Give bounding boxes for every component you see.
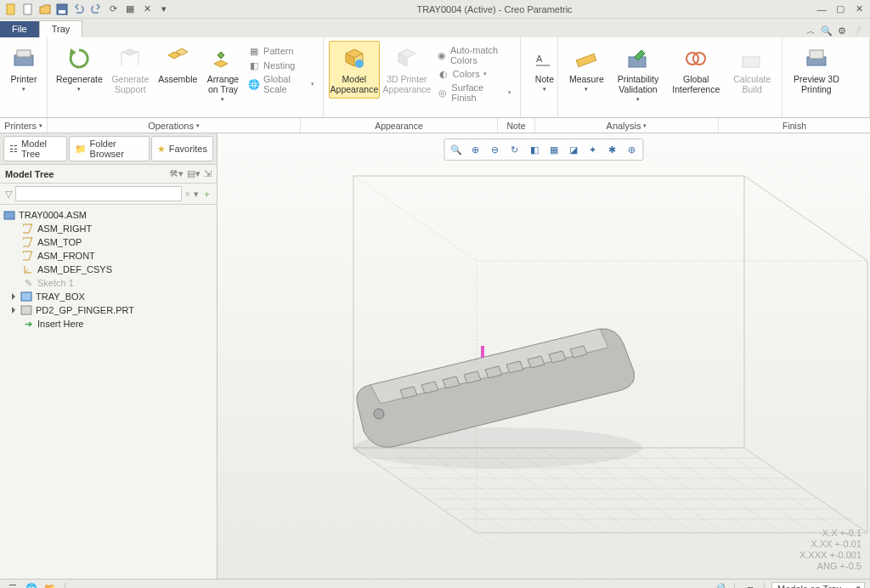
find-icon[interactable]: 🔎 <box>712 581 727 589</box>
tab-file[interactable]: File <box>0 21 39 37</box>
group-printers: Printer ▾ <box>0 37 48 117</box>
scale-icon: 🌐 <box>248 78 260 90</box>
undo-icon[interactable] <box>71 2 87 17</box>
preview-icon <box>803 45 830 72</box>
printability-button[interactable]: Printability Validation ▾ <box>612 41 664 107</box>
assemble-icon <box>164 45 191 72</box>
expand-icon[interactable] <box>12 307 15 314</box>
assemble-button[interactable]: Assemble <box>155 41 201 88</box>
filter-icon[interactable]: ▽ <box>5 189 12 200</box>
interference-icon <box>682 45 709 72</box>
printability-label: Printability Validation <box>618 74 658 94</box>
help-icon[interactable]: ❔ <box>851 25 863 37</box>
calc-icon <box>738 45 765 72</box>
sketch-icon: ✎ <box>22 277 34 289</box>
maximize-button[interactable]: ▢ <box>833 3 848 16</box>
tree-root[interactable]: TRAY0004.ASM <box>2 208 215 222</box>
csys-icon <box>22 263 34 275</box>
minimize-button[interactable]: — <box>814 3 829 16</box>
selection-filter-dropdown[interactable]: Models on Tray <box>771 582 865 589</box>
arrange-on-tray-button[interactable]: Arrange on Tray ▾ <box>203 41 243 107</box>
windows-icon[interactable]: ▦ <box>122 2 138 17</box>
group-label-analysis[interactable]: Analysis ▾ <box>535 118 719 133</box>
tree-item-insert-here[interactable]: ➔Insert Here <box>2 317 215 331</box>
model-appearance-button[interactable]: Model Appearance <box>329 41 380 99</box>
geometry-icon[interactable]: ▱ <box>742 581 757 589</box>
group-label-note: Note <box>498 118 535 133</box>
part-icon <box>20 304 32 316</box>
open-icon[interactable] <box>37 2 53 17</box>
qat-menu-icon[interactable]: ▾ <box>156 2 172 17</box>
expand-icon[interactable] <box>12 293 15 300</box>
preview-3d-button[interactable]: Preview 3D Printing <box>788 41 845 99</box>
tree-item-asm-top[interactable]: ASM_TOP <box>2 235 215 249</box>
tree-item-finger-prt[interactable]: PD2_GP_FINGER.PRT <box>2 303 215 317</box>
browser-icon[interactable]: 🌐 <box>24 581 39 589</box>
preview-label: Preview 3D Printing <box>794 74 839 94</box>
redo-icon[interactable] <box>88 2 104 17</box>
ribbon-minimize-icon[interactable]: ︿ <box>806 25 816 37</box>
new-icon[interactable] <box>20 2 36 17</box>
tree-item-asm-right[interactable]: ASM_RIGHT <box>2 222 215 235</box>
surface-icon: ◎ <box>438 87 448 99</box>
doc-icon[interactable] <box>3 2 19 17</box>
tab-tray[interactable]: Tray <box>39 20 83 37</box>
graphics-canvas[interactable]: 🔍 ⊕ ⊖ ↻ ◧ ▦ ◪ ✦ ✱ ⊛ <box>218 133 870 579</box>
tree-item-tray-box[interactable]: TRAY_BOX <box>2 290 215 303</box>
tree-item-asm-front[interactable]: ASM_FRONT <box>2 249 215 263</box>
group-label-printers[interactable]: Printers ▾ <box>0 118 48 133</box>
tree-item-sketch[interactable]: ✎Sketch 1 <box>2 276 215 290</box>
calculate-build-button: Calculate Build <box>727 41 777 99</box>
quick-access-toolbar: ⟳ ▦ ✕ ▾ <box>0 2 175 17</box>
printer-button[interactable]: Printer ▾ <box>5 41 42 97</box>
automatch-item[interactable]: ◉Auto-match Colors <box>434 44 515 66</box>
svg-rect-0 <box>7 4 14 14</box>
separator <box>734 583 735 589</box>
add-filter-icon[interactable]: ＋ <box>202 188 212 201</box>
search-icon[interactable]: 🔍 <box>821 25 833 37</box>
nesting-item[interactable]: ◧Nesting <box>245 59 318 72</box>
tree-settings-icon[interactable]: 🛠▾ <box>169 168 184 179</box>
pattern-item[interactable]: ▦Pattern <box>245 44 318 58</box>
scene-3d <box>218 133 870 567</box>
tree-show-icon[interactable]: ▤▾ <box>187 168 201 179</box>
measure-button[interactable]: Measure ▾ <box>563 41 610 97</box>
printer-icon <box>10 45 37 72</box>
regenerate-button[interactable]: Regenerate ▾ <box>53 41 106 97</box>
regenerate-icon <box>65 45 93 72</box>
close-win-icon[interactable]: ✕ <box>139 2 155 17</box>
regen-icon[interactable]: ⟳ <box>105 2 121 17</box>
status-right: 🔎 ▱ Models on Tray <box>712 581 865 589</box>
tree-filter-input[interactable] <box>15 186 182 201</box>
group-label-finish: Finish <box>719 118 870 133</box>
gear-icon[interactable]: ⚙ <box>838 25 846 37</box>
group-label-operations[interactable]: Operations ▾ <box>48 118 301 133</box>
group-note: A Note ▾ <box>521 37 558 117</box>
svg-rect-17 <box>21 292 31 301</box>
colors-item[interactable]: ◐Colors ▾ <box>434 67 515 81</box>
surface-finish-item[interactable]: ◎Surface Finish ▾ <box>434 82 515 104</box>
close-button[interactable]: ✕ <box>851 3 867 16</box>
save-icon[interactable] <box>54 2 70 17</box>
select-icon[interactable]: ☰ <box>5 581 20 589</box>
tab-favorites[interactable]: ★Favorites <box>151 136 213 161</box>
note-label: Note <box>535 74 554 84</box>
group-label-appearance: Appearance <box>301 118 498 133</box>
filter-menu-icon[interactable]: ▾ <box>194 189 199 200</box>
interference-button[interactable]: Global Interference <box>666 41 726 99</box>
clear-filter-icon[interactable]: × <box>185 189 190 199</box>
part-icon <box>20 291 32 302</box>
operations-stack: ▦Pattern ◧Nesting 🌐Global Scale ▾ <box>245 41 318 95</box>
datum-icon <box>22 223 34 235</box>
global-scale-item[interactable]: 🌐Global Scale ▾ <box>245 73 318 95</box>
folder-status-icon[interactable]: 📂 <box>42 581 58 589</box>
appearance-stack: ◉Auto-match Colors ◐Colors ▾ ◎Surface Fi… <box>434 41 515 104</box>
arrange-label: Arrange on Tray <box>207 74 239 94</box>
tree-expand-icon[interactable]: ⇲ <box>204 168 212 179</box>
datum-icon <box>22 236 34 248</box>
tab-folder-browser[interactable]: 📁Folder Browser <box>69 136 150 161</box>
tab-model-tree[interactable]: ☷Model Tree <box>3 136 67 161</box>
calculate-build-label: Calculate Build <box>733 74 771 94</box>
tree-item-csys[interactable]: ASM_DEF_CSYS <box>2 263 215 276</box>
tree-header: Model Tree 🛠▾ ▤▾ ⇲ <box>0 165 217 184</box>
